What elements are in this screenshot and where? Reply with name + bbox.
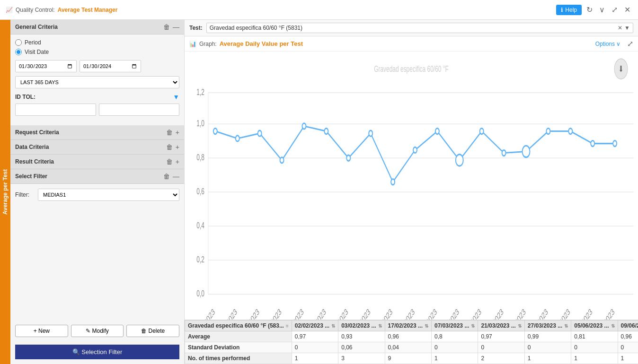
cell-std-7: 0 [571, 342, 618, 353]
svg-text:0,4: 0,4 [196, 220, 204, 230]
id-tol-label: ID TOL: [15, 94, 41, 100]
svg-text:26/06/2023: 26/06/2023 [391, 307, 416, 320]
svg-text:1,0: 1,0 [196, 118, 204, 128]
selection-filter-container: 🔍 Selection Filter [10, 342, 184, 364]
id-tol-to-input[interactable] [99, 104, 180, 116]
dropdown-icon[interactable]: ▼ [624, 25, 630, 31]
col-header-2[interactable]: 03/02/2023 ... ⇅ [338, 321, 385, 331]
svg-point-36 [613, 140, 617, 146]
data-criteria-delete-btn[interactable]: 🗑 [166, 143, 173, 151]
cell-avg-7: 0,81 [571, 331, 618, 342]
svg-text:24/07/2023: 24/07/2023 [503, 307, 527, 320]
col-header-5[interactable]: 21/03/2023 ... ⇅ [478, 321, 524, 331]
close-icon[interactable]: ✕ [618, 25, 622, 31]
col-header-main[interactable]: Gravedad especifica 60/60 °F (583... ≡ [185, 321, 292, 331]
select-filter-delete-btn[interactable]: 🗑 [163, 173, 170, 180]
table-row: Standard Deviation 0 0,06 0,04 0 0 0 0 0 [185, 342, 638, 353]
sort-icon-main: ≡ [286, 323, 289, 329]
svg-text:13/06/2023: 13/06/2023 [369, 307, 394, 320]
test-value: Gravedad especifica 60/60 °F (5831) [210, 25, 302, 31]
test-bar: Test: Gravedad especifica 60/60 °F (5831… [185, 20, 638, 36]
header-title: 📈 Quality Control: Average Test Manager [6, 7, 117, 13]
refresh-button[interactable]: ↻ [585, 4, 594, 15]
sort-icon-5: ⇅ [518, 323, 522, 329]
general-criteria-header[interactable]: General Criteria 🗑 — [10, 20, 184, 35]
visit-date-radio-item[interactable]: Visit Date [15, 49, 179, 55]
test-select-icons: ✕ ▼ [618, 25, 630, 31]
svg-text:23/08/2023: 23/08/2023 [524, 307, 549, 320]
cell-avg-1: 0,97 [292, 331, 338, 342]
svg-text:0,6: 0,6 [196, 186, 204, 196]
selection-filter-button[interactable]: 🔍 Selection Filter [15, 345, 179, 359]
close-button[interactable]: ✕ [622, 4, 632, 15]
result-criteria-add-btn[interactable]: + [176, 158, 179, 165]
test-select[interactable]: Gravedad especifica 60/60 °F (5831) ✕ ▼ [206, 23, 633, 33]
svg-point-34 [568, 128, 572, 134]
test-label: Test: [189, 25, 203, 31]
help-button[interactable]: ℹ Help [556, 5, 582, 15]
select-filter-header[interactable]: Select Filter 🗑 — [10, 169, 184, 184]
svg-point-23 [324, 128, 328, 134]
sort-icon-1: ⇅ [331, 323, 335, 329]
col-header-1[interactable]: 02/02/2023 ... ⇅ [292, 321, 338, 331]
col-header-3[interactable]: 17/02/2023 ... ⇅ [385, 321, 431, 331]
graph-options-button[interactable]: Options ∨ [595, 41, 620, 47]
right-panel: Test: Gravedad especifica 60/60 °F (5831… [185, 20, 638, 364]
svg-point-33 [546, 128, 550, 134]
col-header-8[interactable]: 09/06/2023 ... ⇅ [618, 321, 638, 331]
result-criteria-header[interactable]: Result Criteria 🗑 + [10, 155, 184, 169]
svg-text:25/08/2023: 25/08/2023 [547, 307, 571, 320]
filter-select[interactable]: MEDIAS1 MEDIAS2 ALL [38, 189, 179, 201]
svg-text:0,0: 0,0 [196, 288, 204, 298]
data-criteria-add-btn[interactable]: + [176, 143, 179, 151]
request-criteria-header[interactable]: Request Criteria 🗑 + [10, 125, 184, 140]
graph-label: Graph: [199, 41, 217, 47]
expand-icon[interactable]: ⤢ [627, 39, 633, 48]
new-button[interactable]: + New [15, 325, 68, 337]
svg-text:27/03/2023: 27/03/2023 [302, 307, 327, 320]
minimize-button[interactable]: ∨ [597, 4, 607, 15]
modify-button[interactable]: ✎ Modify [71, 325, 124, 337]
col-header-7[interactable]: 05/06/2023 ... ⇅ [571, 321, 618, 331]
data-criteria-actions: 🗑 + [166, 143, 179, 151]
result-criteria-delete-btn[interactable]: 🗑 [166, 158, 173, 165]
svg-point-27 [413, 147, 417, 153]
request-criteria-delete-btn[interactable]: 🗑 [166, 129, 173, 136]
sidebar-tab[interactable]: Average per Test [0, 20, 10, 364]
svg-point-19 [236, 136, 239, 141]
general-criteria-collapse-btn[interactable]: — [173, 23, 179, 31]
main-layout: Average per Test General Criteria 🗑 — Pe… [0, 20, 638, 364]
request-criteria-title: Request Criteria [15, 129, 59, 136]
date-to-input[interactable] [80, 60, 141, 72]
chart-svg: Gravedad especifica 60/60 °F ⬇ 1,2 1,0 0… [185, 52, 638, 320]
date-range-select[interactable]: LAST 365 DAYS LAST 30 DAYS LAST 7 DAYS C… [15, 76, 179, 88]
options-chevron-icon: ∨ [616, 41, 620, 47]
id-tol-from-input[interactable] [15, 104, 96, 116]
svg-point-20 [258, 130, 262, 136]
delete-button[interactable]: 🗑 Delete [126, 325, 179, 337]
date-from-input[interactable] [15, 60, 77, 72]
id-tol-row: ID TOL: ▼ [15, 93, 179, 101]
filter-row: Filter: MEDIAS1 MEDIAS2 ALL [15, 189, 179, 201]
data-criteria-header[interactable]: Data Criteria 🗑 + [10, 140, 184, 155]
period-label: Period [25, 39, 41, 46]
svg-text:0,8: 0,8 [196, 152, 204, 162]
select-filter-collapse-btn[interactable]: — [173, 173, 179, 180]
cell-avg-5: 0,97 [478, 331, 524, 342]
chart-area: Gravedad especifica 60/60 °F ⬇ 1,2 1,0 0… [185, 52, 638, 320]
cell-avg-4: 0,8 [431, 331, 478, 342]
graph-header: 📊 Graph: Average Daily Value per Test Op… [185, 36, 638, 52]
col-header-4[interactable]: 07/03/2023 ... ⇅ [431, 321, 478, 331]
svg-point-24 [346, 155, 350, 161]
row-label-count: No. of times performed [185, 353, 292, 364]
period-radio[interactable] [15, 39, 22, 46]
svg-point-28 [435, 128, 439, 134]
request-criteria-add-btn[interactable]: + [176, 129, 179, 136]
visit-date-radio[interactable] [15, 49, 22, 55]
svg-text:04/07/2023: 04/07/2023 [436, 307, 461, 320]
col-header-6[interactable]: 27/03/2023 ... ⇅ [524, 321, 571, 331]
period-radio-item[interactable]: Period [15, 39, 179, 46]
general-criteria-delete-btn[interactable]: 🗑 [163, 23, 170, 31]
maximize-button[interactable]: ⤢ [610, 4, 620, 15]
svg-point-22 [302, 123, 306, 129]
